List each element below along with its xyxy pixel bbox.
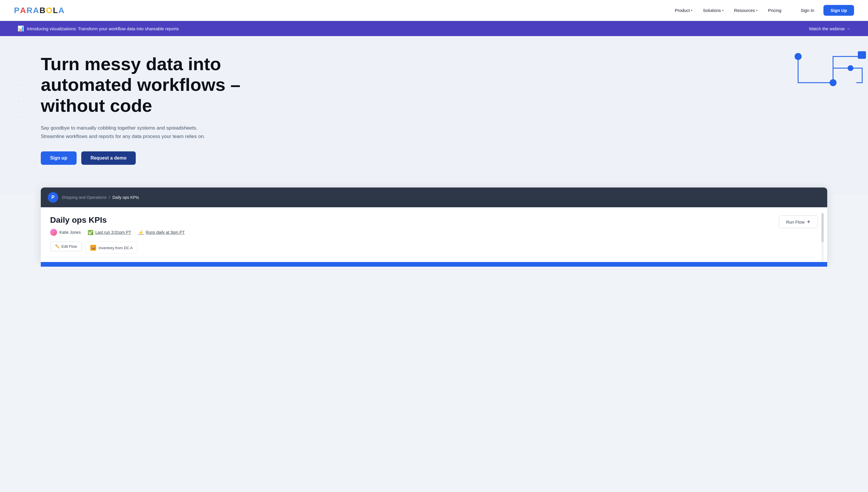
svg-point-0: [795, 53, 802, 60]
svg-point-1: [829, 79, 837, 86]
demo-card-wrapper: P Shipping and Operations / Daily ops KP…: [41, 188, 827, 267]
banner-emoji: 📊: [18, 25, 24, 32]
run-flow-button[interactable]: Run Flow ✈: [779, 216, 818, 228]
nav-solutions-label: Solutions: [703, 8, 721, 13]
demo-card: P Shipping and Operations / Daily ops KP…: [41, 188, 827, 262]
bolt-icon: ⚡: [138, 230, 144, 235]
flow-node-inventory: 📦 Inventory from DC A: [85, 242, 138, 254]
dots-background: [0, 36, 35, 123]
breadcrumb-separator: /: [109, 195, 110, 200]
hero-signup-button[interactable]: Sign up: [41, 151, 77, 165]
nav-product[interactable]: Product ▾: [671, 5, 697, 15]
scrollbar-track[interactable]: [821, 213, 824, 262]
navbar: PARABOLA Product ▾ Solutions ▾ Resources…: [0, 0, 868, 21]
breadcrumb: Shipping and Operations / Daily ops KPIs: [62, 195, 139, 200]
breadcrumb-parent: Shipping and Operations: [62, 195, 106, 200]
breadcrumb-active: Daily ops KPIs: [113, 195, 139, 200]
hero-subtitle: Say goodbye to manually cobbling togethe…: [41, 124, 216, 141]
nav-solutions[interactable]: Solutions ▾: [699, 5, 728, 15]
avatar: [50, 229, 57, 236]
edit-flow-label: Edit Flow: [62, 244, 77, 249]
last-run-text: Last run 3:01pm PT: [95, 230, 131, 235]
sign-up-button[interactable]: Sign Up: [823, 5, 854, 16]
hero-demo-button[interactable]: Request a demo: [81, 151, 136, 165]
demo-flow-title: Daily ops KPIs: [50, 216, 818, 225]
nav-resources-label: Resources: [734, 8, 755, 13]
nav-product-label: Product: [675, 8, 690, 13]
node-icon: 📦: [90, 245, 96, 251]
nav-resources[interactable]: Resources ▾: [730, 5, 762, 15]
banner-message: Introducing visualizations: Transform yo…: [27, 26, 179, 31]
schedule-text: Runs daily at 3pm PT: [146, 230, 185, 235]
svg-point-2: [848, 65, 853, 71]
banner-text: 📊 Introducing visualizations: Transform …: [18, 25, 179, 32]
demo-card-body: Run Flow ✈ Daily ops KPIs Katie Jones ✅ …: [41, 207, 827, 262]
nav-pricing[interactable]: Pricing: [764, 5, 786, 15]
edit-icon: ✏️: [55, 244, 60, 249]
check-circle-icon: ✅: [88, 230, 94, 235]
demo-flow-area: ✏️ Edit Flow 📦 Inventory from DC A: [50, 242, 818, 254]
blue-bottom-bar: [41, 262, 827, 267]
logo[interactable]: PARABOLA: [14, 6, 65, 15]
run-flow-label: Run Flow: [786, 220, 804, 224]
demo-card-header: P Shipping and Operations / Daily ops KP…: [41, 188, 827, 207]
last-run-link[interactable]: ✅ Last run 3:01pm PT: [88, 230, 131, 235]
demo-meta: Katie Jones ✅ Last run 3:01pm PT ⚡ Runs …: [50, 229, 818, 236]
run-flow-icon: ✈: [807, 219, 811, 224]
svg-rect-3: [858, 51, 866, 59]
flow-node-label: Inventory from DC A: [98, 246, 132, 250]
nav-pricing-label: Pricing: [768, 8, 781, 13]
schedule-link[interactable]: ⚡ Runs daily at 3pm PT: [138, 230, 185, 235]
hero-section: Turn messy data into automated workflows…: [0, 36, 868, 193]
hero-buttons: Sign up Request a demo: [41, 151, 827, 165]
scrollbar-thumb: [821, 213, 824, 242]
chevron-down-icon: ▾: [691, 9, 692, 12]
flow-diagram: [787, 42, 868, 94]
nav-actions: Sign In Sign Up: [795, 5, 854, 16]
banner-cta[interactable]: Watch the webinar →: [809, 26, 850, 31]
nav-links: Product ▾ Solutions ▾ Resources ▾ Pricin…: [671, 5, 786, 15]
chevron-down-icon: ▾: [756, 9, 757, 12]
announcement-banner: 📊 Introducing visualizations: Transform …: [0, 21, 868, 36]
demo-user: Katie Jones: [50, 229, 81, 236]
hero-title: Turn messy data into automated workflows…: [41, 54, 274, 116]
edit-flow-button[interactable]: ✏️ Edit Flow: [50, 242, 82, 251]
chevron-down-icon: ▾: [722, 9, 724, 12]
demo-workspace-icon: P: [48, 192, 58, 203]
sign-in-button[interactable]: Sign In: [795, 5, 820, 15]
user-name: Katie Jones: [59, 230, 81, 235]
